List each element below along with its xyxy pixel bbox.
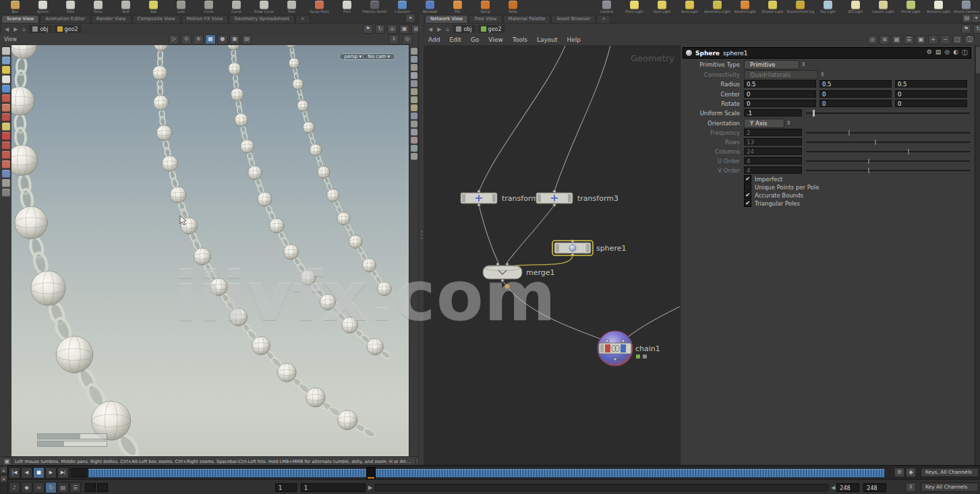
- pane-tab-menu-icon[interactable]: ▾: [405, 13, 415, 23]
- substep-field[interactable]: [97, 483, 108, 492]
- shelf-tool-button[interactable]: Environment Light: [786, 0, 814, 15]
- go-to-start-button[interactable]: |◀: [9, 467, 20, 478]
- play-button[interactable]: ▶: [45, 467, 57, 478]
- current-frame-marker[interactable]: [366, 467, 376, 480]
- shelf-tool-button[interactable]: Sky Light: [814, 0, 842, 15]
- range-end-handle-icon[interactable]: ◀: [831, 485, 835, 491]
- shelf-tool-button[interactable]: Spot Light: [648, 0, 676, 15]
- pane-tab-menu-icon[interactable]: ▾: [971, 13, 980, 23]
- history-icon[interactable]: ↻: [375, 24, 385, 34]
- shelf-tool-button[interactable]: Caustic Light: [869, 0, 897, 15]
- gear-icon[interactable]: ⚙: [927, 49, 932, 57]
- sculpt-tool-icon[interactable]: [2, 113, 10, 121]
- camera-lock-icon[interactable]: [411, 113, 417, 119]
- orientation-dropdown[interactable]: Y Axis: [744, 119, 784, 128]
- grid-snap-icon[interactable]: ▦: [892, 35, 902, 44]
- wire-toggle-icon[interactable]: [411, 80, 417, 87]
- fog-toggle-icon[interactable]: [411, 145, 417, 152]
- hud-slider-1[interactable]: [37, 433, 107, 439]
- nav-forward-icon[interactable]: ▶: [436, 26, 442, 32]
- zoom-out-icon[interactable]: −: [940, 35, 950, 44]
- menu-item[interactable]: Tools: [508, 36, 532, 44]
- updown-icon[interactable]: ⇕: [786, 120, 791, 126]
- shelf-tool-button[interactable]: Grid: [112, 0, 140, 15]
- checkbox[interactable]: [744, 183, 751, 191]
- pane-tab[interactable]: Composite View: [132, 15, 181, 23]
- snap-tool-icon[interactable]: [2, 151, 10, 159]
- display-options-icon[interactable]: ▤: [241, 34, 252, 44]
- add-node-icon[interactable]: ⊞: [880, 35, 890, 44]
- template-badge-icon[interactable]: [643, 354, 647, 359]
- pane-tab[interactable]: Material Palette: [503, 15, 551, 23]
- hud-toggle-icon[interactable]: [411, 153, 417, 160]
- search-icon[interactable]: ◎: [944, 49, 950, 57]
- node-merge1[interactable]: merge1: [483, 263, 555, 289]
- keyframe-options-icon[interactable]: ◆: [21, 482, 32, 493]
- stop-button[interactable]: ■: [33, 467, 45, 478]
- layout-split-icon[interactable]: ⇕: [388, 34, 399, 44]
- help-icon[interactable]: ⓘ: [962, 49, 968, 57]
- shelf-tool-button[interactable]: Stereo Camera: [952, 0, 980, 15]
- auto-key-icon[interactable]: ◆: [906, 468, 916, 477]
- shelf-tool-button[interactable]: Camera: [593, 0, 621, 15]
- pane-tab[interactable]: Network View: [425, 15, 468, 23]
- hand-tool-icon[interactable]: [2, 179, 10, 187]
- shelf-tool-button[interactable]: L-System: [388, 0, 416, 15]
- edit-tool-icon[interactable]: [2, 132, 10, 140]
- breadcrumb-item[interactable]: obj: [453, 25, 475, 33]
- keyframe-mode-icon[interactable]: ⇕: [906, 483, 916, 492]
- camera-select-menu[interactable]: No cam ▾: [363, 48, 395, 61]
- center-y-field[interactable]: 0: [819, 90, 892, 98]
- info-icon[interactable]: ⓘ: [964, 35, 975, 44]
- persp-toggle-icon[interactable]: [411, 48, 417, 55]
- center-z-field[interactable]: 0: [895, 90, 967, 98]
- pane-tab[interactable]: +: [295, 15, 310, 23]
- frame-all-icon[interactable]: □: [952, 35, 962, 44]
- pose-tool-icon[interactable]: [2, 104, 10, 112]
- node-transform1[interactable]: transform1: [461, 190, 543, 206]
- checkbox[interactable]: ✔: [744, 175, 751, 183]
- viewport-header-title[interactable]: View: [4, 36, 17, 42]
- select-mode-icon[interactable]: ▷: [169, 34, 179, 44]
- rotate-x-field[interactable]: 0: [744, 100, 816, 107]
- shelf-tool-button[interactable]: Add: [140, 0, 167, 15]
- menu-item[interactable]: Edit: [444, 36, 465, 44]
- pane-tab[interactable]: Animation Editor: [40, 15, 90, 23]
- pane-tab[interactable]: Motion FX View: [181, 15, 229, 23]
- breadcrumb-item[interactable]: geo2: [54, 25, 82, 33]
- center-x-field[interactable]: 0: [744, 90, 816, 98]
- uniform-scale-slider[interactable]: [806, 113, 970, 114]
- shelf-tool-button[interactable]: Torus: [84, 0, 112, 15]
- scale-tool-icon[interactable]: [2, 94, 10, 102]
- keys-scope-menu[interactable]: Keys, All Channels: [921, 468, 979, 477]
- checkbox[interactable]: ✔: [744, 199, 751, 207]
- shelf-tool-button[interactable]: File: [444, 0, 471, 15]
- list-mode-icon[interactable]: ☰: [904, 35, 914, 44]
- radius-y-field[interactable]: 0.5: [819, 80, 892, 88]
- shelf-tool-button[interactable]: Metaball: [416, 0, 444, 15]
- snapshot-icon[interactable]: ▣: [399, 24, 409, 34]
- snapping-toggle-icon[interactable]: ▦: [205, 34, 216, 44]
- pin-icon[interactable]: ⚑: [363, 24, 373, 34]
- key-all-channels-button[interactable]: Key All Channels: [921, 483, 979, 492]
- sync-icon[interactable]: ↻: [973, 24, 980, 34]
- points-toggle-icon[interactable]: [411, 88, 417, 95]
- menu-item[interactable]: Go: [466, 36, 484, 44]
- compare-icon[interactable]: ◐: [953, 49, 958, 57]
- shelf-tool-button[interactable]: Portal Light: [897, 0, 925, 15]
- uniform-scale-field[interactable]: .1: [744, 109, 802, 117]
- motion-fx-icon[interactable]: ≈: [33, 482, 45, 493]
- shelf-tool-button[interactable]: Ambient Light: [925, 0, 952, 15]
- shelf-tool-button[interactable]: Volume Light: [731, 0, 759, 15]
- shelf-tool-button[interactable]: Tube: [57, 0, 84, 15]
- shelf-tool-button[interactable]: Geometry Light: [703, 0, 731, 15]
- breadcrumb-item[interactable]: obj: [29, 25, 51, 33]
- menu-item[interactable]: Add: [424, 36, 444, 44]
- playback-range-track[interactable]: [375, 484, 828, 491]
- nav-back-icon[interactable]: ◀: [427, 26, 434, 32]
- nav-up-icon[interactable]: ⌂: [444, 26, 451, 32]
- pane-tab[interactable]: Render View: [91, 15, 132, 23]
- lights-toggle-icon[interactable]: [411, 104, 417, 111]
- nav-forward-icon[interactable]: ▶: [12, 26, 19, 32]
- handles-icon[interactable]: ⊕: [193, 34, 204, 44]
